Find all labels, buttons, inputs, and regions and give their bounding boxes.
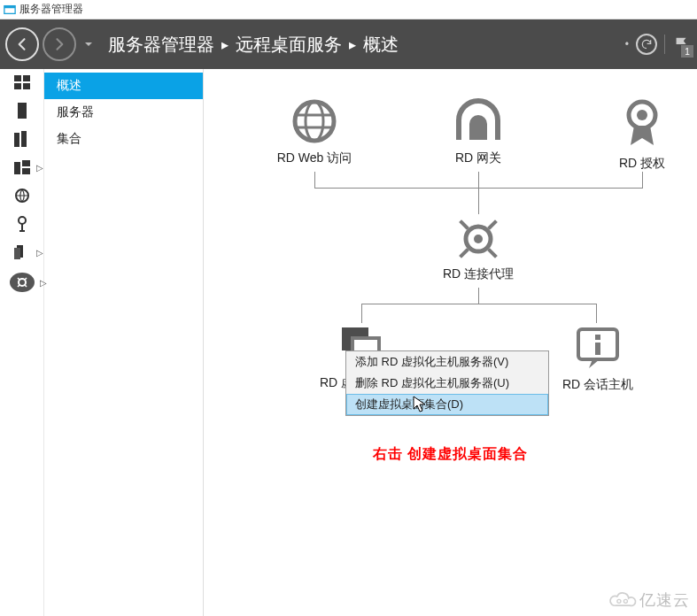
svg-rect-1 bbox=[4, 5, 15, 8]
target-icon bbox=[425, 217, 531, 261]
svg-rect-4 bbox=[14, 83, 21, 89]
iis-icon[interactable] bbox=[13, 188, 31, 204]
notifications-flag[interactable]: 1 bbox=[672, 35, 692, 54]
svg-rect-15 bbox=[14, 248, 20, 259]
breadcrumb-page[interactable]: 概述 bbox=[363, 33, 399, 57]
globe-icon bbox=[261, 97, 368, 145]
svg-point-30 bbox=[617, 599, 621, 603]
chevron-right-icon: ▷ bbox=[40, 278, 47, 288]
chevron-right-icon: ▷ bbox=[36, 163, 43, 173]
annotation-hint: 右击 创建虚拟桌面集合 bbox=[204, 445, 697, 464]
node-rd-web[interactable]: RD Web 访问 bbox=[261, 97, 368, 166]
connector bbox=[314, 172, 315, 188]
connector bbox=[596, 304, 597, 323]
menu-item-add-vhost[interactable]: 添加 RD 虚拟化主机服务器(V) bbox=[346, 351, 548, 373]
sidebar-item-collections[interactable]: 集合 bbox=[44, 126, 203, 152]
connector bbox=[478, 172, 479, 188]
watermark-text: 亿速云 bbox=[639, 589, 690, 611]
icon-strip: ▷ ▷ ▷ bbox=[0, 69, 44, 616]
svg-rect-7 bbox=[14, 133, 19, 147]
back-button[interactable] bbox=[5, 27, 39, 61]
content-area: RD Web 访问 RD 网关 RD 授权 bbox=[204, 69, 697, 616]
svg-point-16 bbox=[19, 279, 26, 286]
cloud-icon bbox=[608, 590, 638, 610]
window-title: 服务器管理器 bbox=[19, 2, 83, 17]
menu-item-remove-vhost[interactable]: 删除 RD 虚拟化主机服务器(U) bbox=[346, 373, 548, 394]
header-actions: • 1 bbox=[625, 34, 692, 55]
watermark: 亿速云 bbox=[608, 589, 690, 611]
notifications-count: 1 bbox=[681, 45, 693, 58]
svg-rect-6 bbox=[18, 103, 27, 119]
breadcrumb-service[interactable]: 远程桌面服务 bbox=[236, 33, 342, 57]
node-rd-licensing[interactable]: RD 授权 bbox=[589, 97, 695, 172]
refresh-dropdown-icon[interactable]: • bbox=[625, 38, 629, 50]
divider bbox=[664, 35, 665, 54]
svg-point-31 bbox=[623, 599, 627, 603]
app-icon bbox=[4, 4, 16, 16]
svg-rect-10 bbox=[22, 160, 30, 166]
node-label: RD 会话主机 bbox=[545, 377, 651, 393]
breadcrumb: 服务器管理器 ▸ 远程桌面服务 ▸ 概述 bbox=[108, 33, 625, 57]
svg-rect-9 bbox=[14, 162, 20, 174]
arch-icon bbox=[425, 97, 531, 145]
node-label: RD 授权 bbox=[589, 156, 695, 172]
svg-rect-8 bbox=[21, 131, 27, 147]
all-servers-icon[interactable] bbox=[13, 131, 31, 147]
connector bbox=[642, 172, 643, 188]
sidebar-item-overview[interactable]: 概述 bbox=[44, 73, 203, 99]
node-rd-gateway[interactable]: RD 网关 bbox=[425, 97, 531, 166]
rds-icon[interactable]: ▷ bbox=[13, 244, 31, 260]
connector bbox=[361, 304, 362, 323]
info-bubble-icon bbox=[545, 326, 651, 372]
connector bbox=[478, 188, 479, 214]
chevron-right-icon: ▸ bbox=[221, 36, 228, 53]
node-label: RD Web 访问 bbox=[261, 150, 368, 166]
sidebar-item-servers[interactable]: 服务器 bbox=[44, 99, 203, 126]
chevron-right-icon: ▸ bbox=[349, 36, 356, 53]
svg-rect-3 bbox=[23, 75, 30, 81]
file-services-icon[interactable]: ▷ bbox=[13, 159, 31, 175]
forward-button[interactable] bbox=[43, 27, 76, 61]
svg-point-20 bbox=[637, 110, 647, 120]
svg-rect-2 bbox=[14, 75, 21, 81]
rds-selected-icon[interactable]: ▷ bbox=[10, 273, 35, 292]
dashboard-icon[interactable] bbox=[13, 74, 31, 90]
svg-rect-11 bbox=[22, 168, 30, 174]
svg-rect-29 bbox=[595, 343, 600, 355]
context-menu: 添加 RD 虚拟化主机服务器(V) 删除 RD 虚拟化主机服务器(U) 创建虚拟… bbox=[345, 350, 549, 416]
node-rd-broker[interactable]: RD 连接代理 bbox=[425, 217, 531, 282]
node-label: RD 连接代理 bbox=[425, 266, 531, 282]
connector bbox=[478, 288, 479, 304]
chevron-right-icon: ▷ bbox=[36, 248, 43, 258]
node-label: RD 网关 bbox=[425, 150, 531, 166]
header-bar: 服务器管理器 ▸ 远程桌面服务 ▸ 概述 • 1 bbox=[0, 19, 697, 69]
svg-point-18 bbox=[306, 102, 323, 141]
award-icon bbox=[589, 97, 695, 150]
svg-point-13 bbox=[19, 217, 26, 224]
refresh-button[interactable] bbox=[636, 34, 657, 55]
security-icon[interactable] bbox=[13, 216, 31, 232]
node-rd-session[interactable]: RD 会话主机 bbox=[545, 326, 651, 393]
deployment-diagram: RD Web 访问 RD 网关 RD 授权 bbox=[213, 80, 688, 575]
svg-point-22 bbox=[474, 235, 483, 243]
sidebar: 概述 服务器 集合 bbox=[44, 69, 204, 616]
menu-item-create-collection[interactable]: 创建虚拟桌面集合(D) bbox=[346, 394, 548, 415]
local-server-icon[interactable] bbox=[13, 103, 31, 119]
svg-point-17 bbox=[295, 102, 334, 141]
window-titlebar: 服务器管理器 bbox=[0, 0, 697, 19]
breadcrumb-root[interactable]: 服务器管理器 bbox=[108, 33, 214, 57]
svg-rect-5 bbox=[23, 83, 30, 89]
svg-rect-28 bbox=[595, 335, 600, 340]
connector bbox=[361, 304, 597, 304]
nav-history-dropdown-icon[interactable] bbox=[81, 40, 96, 49]
